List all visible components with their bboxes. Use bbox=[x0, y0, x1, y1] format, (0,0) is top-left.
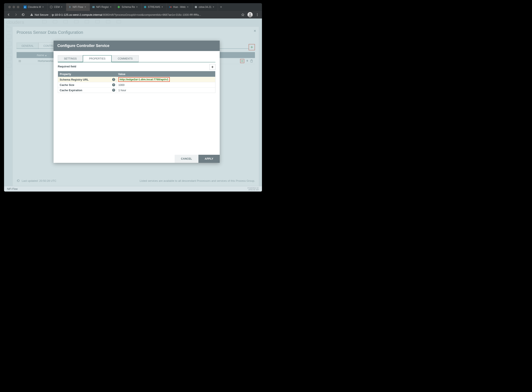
svg-point-13 bbox=[257, 13, 258, 14]
svg-point-15 bbox=[257, 15, 258, 16]
url-field[interactable]: Not Secure | ip-10-0-1-125.us-west-2.com… bbox=[28, 12, 238, 18]
browser-window: C Cloudera M × CEM × NiFi Flow × NiFi Re… bbox=[4, 3, 262, 191]
bookmark-star-icon[interactable] bbox=[240, 12, 245, 17]
tab-fav-icon bbox=[169, 5, 172, 9]
url-text: ip-10-0-1-125.us-west-2.compute.internal… bbox=[52, 13, 201, 16]
back-button[interactable] bbox=[6, 12, 11, 17]
properties-table: Property Value Schema Registry URL? http… bbox=[58, 71, 215, 93]
svg-point-8 bbox=[195, 6, 197, 8]
tab-title: CEM bbox=[54, 5, 60, 9]
svg-point-7 bbox=[170, 6, 171, 7]
svg-rect-10 bbox=[32, 15, 32, 16]
tab-streams[interactable]: STREAMS × bbox=[142, 3, 167, 11]
tab-title: NiFi Flow bbox=[73, 5, 83, 9]
tab-title: Hue - Welc bbox=[173, 5, 186, 9]
column-property: Property bbox=[58, 72, 116, 76]
tab-fav-icon: C bbox=[23, 5, 27, 9]
tab-title: Cloudera M bbox=[28, 5, 41, 9]
tab-fav-icon bbox=[144, 5, 147, 9]
property-row[interactable]: Schema Registry URL? http://edge2ai-1.di… bbox=[58, 77, 215, 82]
svg-rect-3 bbox=[92, 6, 95, 8]
property-name: Cache Expiration bbox=[60, 89, 82, 92]
svg-rect-9 bbox=[32, 14, 32, 15]
maximize-window-icon[interactable] bbox=[17, 6, 19, 8]
properties-table-header: Property Value bbox=[58, 71, 215, 77]
nifi-status-bar: NiFi Flow POWERED BYAPACHE NIFI bbox=[4, 186, 262, 191]
cancel-button[interactable]: CANCEL bbox=[175, 155, 199, 163]
window-controls[interactable] bbox=[6, 6, 21, 8]
page-content: cloudera FL ✕ Process Sensor Data Config… bbox=[4, 19, 262, 191]
tab-title: NiFi Regist bbox=[96, 5, 109, 9]
help-icon[interactable]: ? bbox=[112, 89, 115, 92]
svg-point-6 bbox=[169, 6, 170, 7]
property-value[interactable]: http://edge2ai-1.dim.local:7788/api/v1 bbox=[118, 77, 170, 82]
tab-close-icon[interactable]: × bbox=[110, 5, 113, 9]
tab-properties[interactable]: PROPERTIES bbox=[83, 55, 111, 62]
breadcrumb-root[interactable]: NiFi Flow bbox=[7, 187, 18, 191]
profile-avatar[interactable] bbox=[248, 12, 253, 17]
tab-title: cdsw.34.21 bbox=[199, 5, 211, 9]
tab-fav-icon bbox=[68, 5, 71, 9]
tab-title: Schema Re bbox=[121, 5, 135, 9]
column-value: Value bbox=[116, 72, 215, 76]
tab-close-icon[interactable]: × bbox=[61, 5, 64, 9]
tabs-container: C Cloudera M × CEM × NiFi Flow × NiFi Re… bbox=[21, 3, 262, 11]
svg-point-2 bbox=[50, 6, 52, 8]
inner-dialog-title: Configure Controller Service bbox=[54, 41, 220, 51]
tab-title: STREAMS bbox=[148, 5, 160, 9]
not-secure-label: Not Secure bbox=[35, 13, 48, 16]
tab-cem[interactable]: CEM × bbox=[48, 3, 66, 11]
svg-rect-5 bbox=[144, 6, 146, 8]
property-value[interactable]: 1 hour bbox=[118, 89, 126, 92]
browser-tab-bar: C Cloudera M × CEM × NiFi Flow × NiFi Re… bbox=[4, 3, 262, 11]
tab-nifi-flow[interactable]: NiFi Flow × bbox=[66, 3, 90, 11]
tab-close-icon[interactable]: × bbox=[85, 5, 88, 9]
configure-controller-service-dialog: Configure Controller Service SETTINGS PR… bbox=[54, 41, 220, 163]
inner-tabs: SETTINGS PROPERTIES COMMENTS bbox=[54, 51, 220, 62]
required-field-label: Required field bbox=[58, 65, 215, 68]
add-property-button[interactable]: + bbox=[209, 64, 215, 70]
property-row[interactable]: Cache Size? 1000 bbox=[58, 82, 215, 87]
apply-button[interactable]: APPLY bbox=[199, 155, 220, 163]
tab-fav-icon bbox=[117, 5, 120, 9]
tab-close-icon[interactable]: × bbox=[187, 5, 190, 9]
tab-fav-icon bbox=[194, 5, 197, 9]
svg-point-14 bbox=[257, 14, 258, 15]
tab-hue[interactable]: Hue - Welc × bbox=[167, 3, 192, 11]
tab-fav-icon bbox=[50, 5, 53, 9]
property-name: Schema Registry URL bbox=[60, 78, 89, 81]
tab-nifi-registry[interactable]: NiFi Regist × bbox=[90, 3, 115, 11]
tab-cloudera[interactable]: C Cloudera M × bbox=[21, 3, 48, 11]
tab-schema-registry[interactable]: Schema Re × bbox=[115, 3, 142, 11]
inner-dialog-footer: CANCEL APPLY bbox=[54, 155, 220, 163]
help-icon[interactable]: ? bbox=[112, 83, 115, 86]
forward-button[interactable] bbox=[13, 12, 19, 17]
minimize-window-icon[interactable] bbox=[13, 6, 15, 8]
powered-by-label: POWERED BYAPACHE NIFI bbox=[248, 187, 259, 191]
svg-point-12 bbox=[249, 13, 251, 15]
tab-cdsw[interactable]: cdsw.34.21 × bbox=[192, 3, 218, 11]
property-row[interactable]: Cache Expiration? 1 hour bbox=[58, 87, 215, 93]
tab-close-icon[interactable]: × bbox=[213, 5, 216, 9]
help-icon[interactable]: ? bbox=[112, 78, 115, 81]
property-name: Cache Size bbox=[60, 83, 74, 87]
tab-fav-icon bbox=[92, 5, 95, 9]
property-value[interactable]: 1000 bbox=[118, 83, 125, 87]
svg-rect-4 bbox=[117, 6, 120, 8]
not-secure-icon bbox=[30, 13, 33, 16]
browser-menu-icon[interactable] bbox=[255, 12, 260, 17]
close-window-icon[interactable] bbox=[8, 6, 11, 8]
tab-close-icon[interactable]: × bbox=[162, 5, 164, 9]
address-bar: Not Secure | ip-10-0-1-125.us-west-2.com… bbox=[4, 11, 262, 19]
tab-close-icon[interactable]: × bbox=[136, 5, 139, 9]
svg-text:C: C bbox=[24, 6, 26, 8]
new-tab-button[interactable]: + bbox=[218, 3, 224, 11]
reload-button[interactable] bbox=[21, 12, 26, 17]
tab-comments[interactable]: COMMENTS bbox=[111, 55, 139, 62]
tab-settings[interactable]: SETTINGS bbox=[58, 55, 83, 62]
tab-close-icon[interactable]: × bbox=[42, 5, 45, 9]
